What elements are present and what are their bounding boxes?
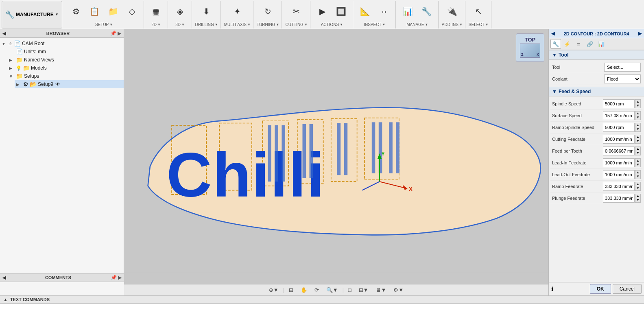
ok-button[interactable]: OK	[590, 284, 611, 294]
turning-label[interactable]: TURNING ▼	[257, 22, 279, 27]
named-views-expand-icon[interactable]: ▶	[9, 58, 15, 62]
inspect-btn-2[interactable]: ↔	[375, 2, 393, 20]
tab-chart[interactable]: 📊	[596, 39, 607, 49]
surface-speed-input[interactable]	[603, 111, 635, 120]
surface-speed-down[interactable]: ▼	[635, 116, 640, 120]
multiaxis-label[interactable]: MULTI-AXIS ▼	[224, 22, 251, 27]
spindle-speed-up[interactable]: ▲	[635, 100, 640, 104]
tree-item-models[interactable]: ▶ 💡 📁 Models	[7, 64, 124, 72]
3d-btn[interactable]: ◈	[171, 2, 189, 20]
cam-root-expand-icon[interactable]: ▼	[2, 42, 7, 46]
surface-speed-up[interactable]: ▲	[635, 112, 640, 116]
comments-collapse-icon[interactable]: ◀	[2, 275, 6, 280]
setup9-expand-icon[interactable]: ▶	[16, 82, 22, 87]
feed-per-tooth-down[interactable]: ▼	[635, 151, 640, 155]
lead-out-feedrate-input[interactable]	[603, 170, 635, 179]
pan-btn[interactable]: ⊞	[286, 286, 296, 294]
browser-collapse-icon[interactable]: ◀	[2, 31, 6, 36]
setup-btn-4[interactable]: ◇	[123, 2, 141, 20]
cutting-feedrate-up[interactable]: ▲	[635, 135, 640, 139]
cutting-feedrate-down[interactable]: ▼	[635, 139, 640, 143]
setup-btn-3[interactable]: 📁	[105, 2, 122, 20]
models-expand-icon[interactable]: ▶	[9, 66, 15, 70]
actions-label[interactable]: ACTIONS ▼	[321, 22, 343, 27]
2d-label[interactable]: 2D ▼	[151, 22, 161, 27]
feed-section-header[interactable]: ▼ Feed & Speed	[549, 87, 644, 96]
select-btn[interactable]: ↖	[469, 2, 487, 20]
display-btn[interactable]: 🖥▼	[373, 286, 389, 294]
feed-per-tooth-input[interactable]	[603, 147, 635, 155]
feed-per-tooth-up[interactable]: ▲	[635, 147, 640, 151]
ramp-spindle-up[interactable]: ▲	[635, 123, 640, 127]
manufacture-button[interactable]: 🔧 MANUFACTURE ▼	[2, 1, 62, 28]
cancel-button[interactable]: Cancel	[613, 284, 642, 294]
lead-in-down[interactable]: ▼	[635, 163, 640, 167]
coolant-select[interactable]: Flood Mist Air None	[604, 74, 641, 83]
comments-expand-btn[interactable]: ▶	[118, 275, 122, 280]
setup-label[interactable]: SETUP ▼	[95, 22, 113, 27]
text-commands-expand-icon[interactable]: ▲	[3, 297, 8, 302]
tab-passes[interactable]: ≡	[573, 39, 584, 49]
tree-item-cam-root[interactable]: ▼ ⚠ 📄 CAM Root	[0, 39, 124, 48]
lead-out-up[interactable]: ▲	[635, 171, 640, 175]
tree-item-named-views[interactable]: ▶ 📁 Named Views	[7, 56, 124, 64]
manage-btn-1[interactable]: 📊	[399, 2, 417, 20]
tree-item-units[interactable]: 📄 Units: mm	[7, 48, 124, 56]
addins-btn[interactable]: 🔌	[443, 2, 461, 20]
actions-btn-1[interactable]: ▶	[314, 2, 332, 20]
lead-out-down[interactable]: ▼	[635, 175, 640, 179]
3d-label[interactable]: 3D ▼	[175, 22, 185, 27]
ramp-feedrate-input[interactable]	[603, 182, 635, 191]
settings-btn[interactable]: ⚙▼	[391, 286, 406, 294]
manage-label[interactable]: MANAGE ▼	[406, 22, 428, 27]
tree-item-setup9[interactable]: ▶ ⚙ 📂 Setup9 👁	[15, 80, 124, 88]
rotate-btn[interactable]: ⟳	[312, 286, 322, 294]
ramp-spindle-speed-input[interactable]	[603, 123, 635, 132]
browser-expand-btn[interactable]: ▶	[118, 31, 121, 36]
inspect-btn-1[interactable]: 📐	[356, 2, 374, 20]
setup-btn-2[interactable]: 📋	[86, 2, 104, 20]
orbit-btn[interactable]: ⊕▼	[266, 286, 282, 294]
setups-expand-icon[interactable]: ▼	[9, 74, 15, 79]
lead-in-up[interactable]: ▲	[635, 159, 640, 163]
plunge-feedrate-input[interactable]	[603, 194, 635, 203]
2d-btn[interactable]: ▦	[147, 2, 165, 20]
ramp-feedrate-down[interactable]: ▼	[635, 186, 640, 190]
select-label[interactable]: SELECT ▼	[469, 22, 489, 27]
turning-btn[interactable]: ↻	[259, 2, 277, 20]
text-commands-input-area[interactable]	[0, 304, 644, 328]
hand-btn[interactable]: ✋	[298, 286, 310, 294]
cutting-feedrate-input[interactable]	[603, 135, 635, 144]
ramp-feedrate-up[interactable]: ▲	[635, 182, 640, 186]
tab-linking[interactable]: 🔗	[585, 39, 595, 49]
setup-btn-1[interactable]: ⚙	[67, 2, 85, 20]
actions-btn-2[interactable]: 🔲	[332, 2, 350, 20]
zoom-btn[interactable]: 🔍▼	[323, 286, 341, 294]
panel-collapse-icon[interactable]: ◀	[551, 31, 554, 36]
inspect-label[interactable]: INSPECT ▼	[364, 22, 385, 27]
manage-btn-2[interactable]: 🔧	[418, 2, 436, 20]
tool-select-button[interactable]: Select...	[604, 63, 641, 72]
drilling-btn[interactable]: ⬇	[198, 2, 216, 20]
tab-feed[interactable]: ⚡	[562, 39, 572, 49]
addins-label[interactable]: ADD-INS ▼	[442, 22, 463, 27]
panel-expand-icon[interactable]: ▶	[638, 31, 642, 36]
spindle-speed-input[interactable]	[603, 99, 635, 108]
setup9-eye-icon[interactable]: 👁	[55, 81, 60, 87]
viewport[interactable]: Chilli Y	[124, 29, 548, 284]
info-icon[interactable]: ℹ	[551, 286, 553, 292]
tab-tool[interactable]: 🔧	[550, 39, 561, 49]
comments-pin-btn[interactable]: 📌	[111, 275, 117, 280]
browser-pin-btn[interactable]: 📌	[110, 31, 116, 36]
plunge-feedrate-down[interactable]: ▼	[635, 198, 640, 202]
view-cube-btn[interactable]: □	[345, 286, 354, 294]
text-commands-input[interactable]	[0, 304, 644, 328]
ramp-spindle-down[interactable]: ▼	[635, 127, 640, 131]
tree-item-setups[interactable]: ▼ 📁 Setups	[7, 72, 124, 80]
lead-in-feedrate-input[interactable]	[603, 158, 635, 167]
grid-btn[interactable]: ⊞▼	[356, 286, 371, 294]
spindle-speed-down[interactable]: ▼	[635, 104, 640, 108]
multiaxis-btn[interactable]: ✦	[228, 2, 246, 20]
plunge-feedrate-up[interactable]: ▲	[635, 194, 640, 198]
cutting-btn[interactable]: ✂	[288, 2, 306, 20]
